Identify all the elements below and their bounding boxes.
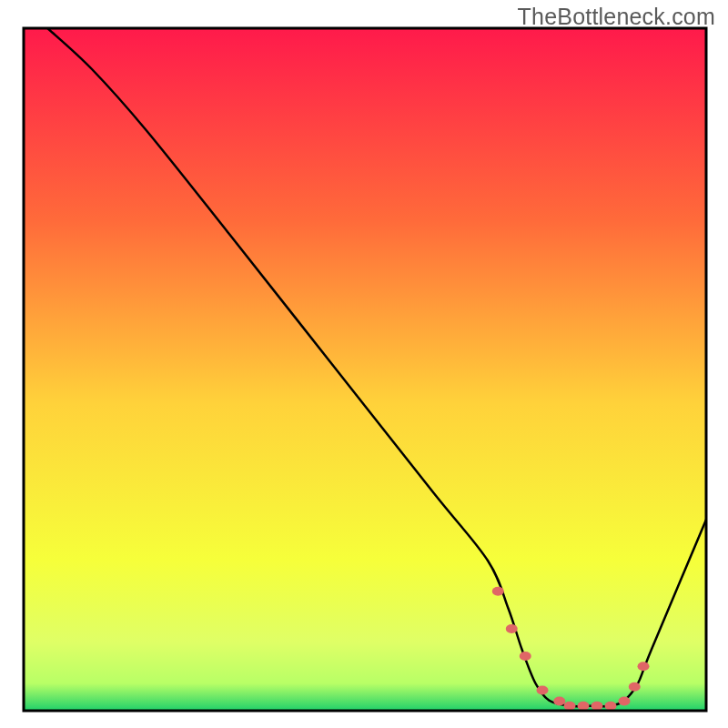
marker-point	[492, 587, 504, 596]
bottleneck-chart	[0, 0, 728, 728]
marker-point	[629, 682, 641, 692]
marker-point	[578, 702, 590, 711]
marker-point	[564, 702, 576, 711]
gradient-background	[24, 28, 706, 711]
watermark-text: TheBottleneck.com	[518, 4, 715, 30]
chart-root: TheBottleneck.com	[0, 0, 728, 728]
marker-point	[605, 702, 617, 711]
marker-point	[553, 697, 565, 706]
plot-area	[24, 28, 706, 711]
marker-point	[592, 702, 603, 711]
marker-point	[619, 697, 631, 706]
marker-point	[506, 624, 518, 633]
marker-point	[520, 652, 531, 661]
marker-point	[638, 662, 650, 671]
marker-point	[537, 686, 549, 695]
